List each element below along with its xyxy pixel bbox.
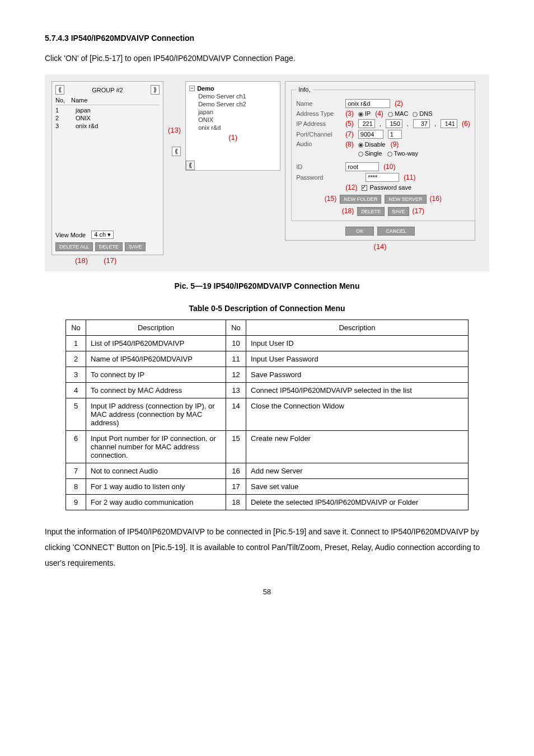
radio-mac[interactable]: MAC bbox=[388, 110, 408, 117]
tree-root-label[interactable]: Demo bbox=[197, 85, 214, 92]
port-label: Port/Channel bbox=[296, 131, 341, 138]
table-title: Table 0-5 Description of Connection Menu bbox=[45, 304, 489, 313]
th-no: No bbox=[66, 320, 86, 336]
intro-text: Click 'ON' of [Pic.5-17] to open IP540/I… bbox=[45, 53, 489, 64]
annot-12: (12) bbox=[345, 184, 357, 191]
annot-1: (1) bbox=[228, 133, 237, 142]
th-no2: No bbox=[226, 320, 246, 336]
table-row: 5Input IP address (connection by IP), or… bbox=[66, 398, 469, 431]
table-row: 7Not to connect Audio16Add new Server bbox=[66, 463, 469, 479]
left-panel: ⟪ GROUP #2 ⟫ No, Name 1japan 2ONIX 3onix… bbox=[51, 81, 163, 255]
tree-item[interactable]: japan bbox=[198, 107, 277, 115]
th-desc1: Description bbox=[86, 320, 226, 336]
ip-oct1[interactable] bbox=[358, 119, 375, 128]
annot-10: (10) bbox=[383, 163, 395, 171]
tree-panel: − Demo Demo Server ch1 Demo Server ch2 j… bbox=[185, 81, 280, 171]
pw-save-checkbox[interactable]: Password save bbox=[362, 184, 411, 191]
port-input[interactable] bbox=[358, 130, 383, 139]
table-row: 3To connect by IP12Save Password bbox=[66, 367, 469, 383]
radio-audio-single[interactable]: Single bbox=[358, 150, 382, 157]
radio-ip[interactable]: IP bbox=[358, 110, 371, 117]
table-row: 9For 2 way audio communication18Delete t… bbox=[66, 495, 469, 510]
th-desc2: Description bbox=[246, 320, 469, 336]
next-group-button[interactable]: ⟫ bbox=[151, 85, 160, 95]
annot-18-left: (18) bbox=[75, 256, 88, 265]
annot-13: (13) bbox=[168, 126, 181, 134]
addrtype-label: Address Type bbox=[296, 110, 341, 117]
delete-all-button[interactable]: DELETE ALL bbox=[55, 242, 93, 251]
tree-item[interactable]: ONIX bbox=[198, 115, 277, 123]
tree-item[interactable]: Demo Server ch2 bbox=[198, 100, 277, 107]
delete-button[interactable]: DELETE bbox=[95, 242, 123, 251]
id-label: ID bbox=[296, 163, 341, 170]
collapse-mid-button[interactable]: ⟪ bbox=[186, 161, 195, 170]
annot-17-right: (17) bbox=[413, 207, 424, 216]
id-input[interactable] bbox=[345, 162, 379, 171]
annot-7: (7) bbox=[345, 130, 354, 138]
name-label: Name bbox=[296, 100, 341, 107]
annot-6: (6) bbox=[462, 120, 470, 128]
description-table: No Description No Description 1List of I… bbox=[65, 320, 469, 510]
annot-11: (11) bbox=[404, 173, 415, 181]
annot-17-left: (17) bbox=[104, 256, 116, 265]
annot-16: (16) bbox=[430, 195, 442, 204]
delete-button-right[interactable]: DELETE bbox=[357, 207, 385, 216]
footer-paragraph: Input the information of IP540/IP620MDVA… bbox=[45, 524, 489, 571]
new-server-button[interactable]: NEW SERVER bbox=[385, 195, 426, 204]
tree-item[interactable]: onix r&d bbox=[198, 123, 277, 131]
table-row: 6Input Port number for IP connection, or… bbox=[66, 431, 469, 463]
ip-label: IP Address bbox=[296, 120, 341, 127]
ip-oct3[interactable] bbox=[413, 119, 430, 128]
section-heading: 5.7.4.3 IP540/IP620MDVAIVP Connection bbox=[45, 34, 489, 43]
page-number: 58 bbox=[45, 588, 489, 596]
viewmode-select[interactable]: 4 ch ▾ bbox=[91, 231, 114, 239]
audio-label: Audio bbox=[296, 140, 341, 147]
annot-15: (15) bbox=[325, 195, 336, 204]
ip-oct2[interactable] bbox=[386, 119, 402, 128]
ok-button[interactable]: OK bbox=[345, 227, 374, 236]
annot-8: (8) bbox=[345, 140, 354, 148]
collapse-left-button[interactable]: ⟪ bbox=[172, 147, 181, 156]
name-input[interactable] bbox=[345, 99, 390, 108]
list-item[interactable]: 3onix r&d bbox=[55, 122, 160, 130]
collapse-icon[interactable]: − bbox=[189, 86, 195, 91]
table-row: 8For 1 way audio to listen only17Save se… bbox=[66, 479, 469, 495]
annot-14: (14) bbox=[374, 242, 387, 251]
annot-18-right: (18) bbox=[342, 207, 354, 216]
figure-caption: Pic. 5—19 IP540/IP620MDVAIVP Connection … bbox=[45, 281, 489, 290]
viewmode-label: View Mode bbox=[55, 232, 86, 238]
radio-dns[interactable]: DNS bbox=[413, 110, 432, 117]
pw-input[interactable] bbox=[366, 173, 399, 182]
ip-oct4[interactable] bbox=[441, 119, 457, 128]
annot-4: (4) bbox=[375, 110, 383, 118]
screenshot-container: ⟪ GROUP #2 ⟫ No, Name 1japan 2ONIX 3onix… bbox=[45, 74, 489, 271]
info-legend: Info, bbox=[296, 86, 312, 93]
prev-group-button[interactable]: ⟪ bbox=[55, 85, 64, 95]
list-item[interactable]: 2ONIX bbox=[55, 114, 160, 122]
table-row: 2Name of IP540/IP620MDVAIVP11Input User … bbox=[66, 351, 469, 367]
annot-9: (9) bbox=[391, 140, 399, 148]
channel-input[interactable] bbox=[388, 130, 402, 139]
group-label: GROUP #2 bbox=[92, 87, 123, 93]
info-panel: Info, Name (2) Address Type (3) IP (4) M… bbox=[285, 81, 475, 241]
radio-audio-two[interactable]: Two-way bbox=[387, 150, 418, 157]
annot-5: (5) bbox=[345, 120, 354, 128]
save-button-right[interactable]: SAVE bbox=[388, 207, 409, 216]
table-row: 1List of IP540/IP620MDVAIVP10Input User … bbox=[66, 336, 469, 351]
table-row: 4To connect by MAC Address13Connect IP54… bbox=[66, 383, 469, 398]
tree-item[interactable]: Demo Server ch1 bbox=[198, 92, 277, 100]
save-button[interactable]: SAVE bbox=[125, 242, 146, 251]
annot-2: (2) bbox=[395, 100, 403, 107]
list-item[interactable]: 1japan bbox=[55, 106, 160, 114]
cancel-button[interactable]: CANCEL bbox=[377, 227, 415, 236]
pw-label: Password bbox=[296, 174, 341, 181]
annot-3: (3) bbox=[345, 110, 354, 118]
new-folder-button[interactable]: NEW FOLDER bbox=[340, 195, 381, 204]
col-no: No, bbox=[55, 97, 65, 104]
col-name: Name bbox=[71, 97, 87, 104]
radio-audio-disable[interactable]: Disable bbox=[358, 141, 386, 148]
